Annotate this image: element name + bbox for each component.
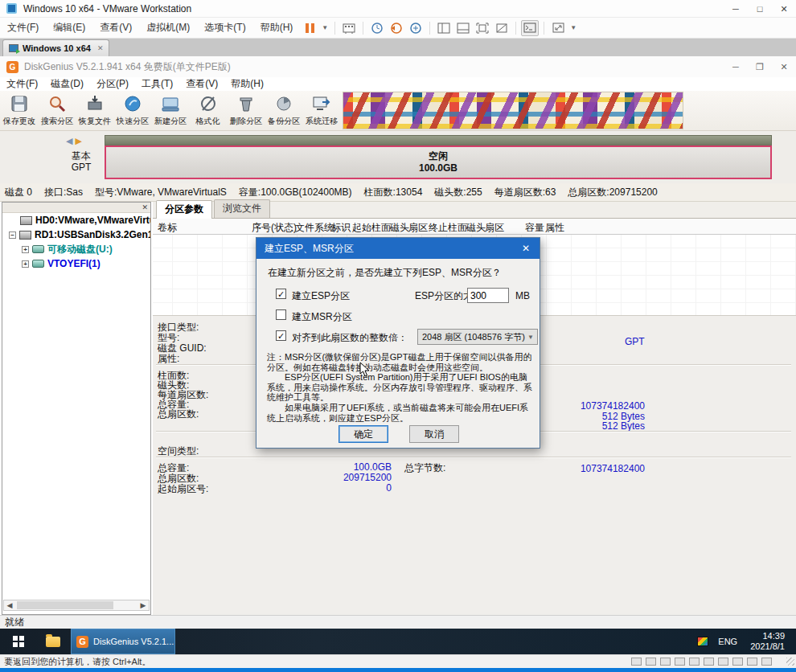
vmware-minimize-button[interactable]: ─ [724, 1, 748, 17]
esp-size-input[interactable] [467, 288, 509, 303]
dg-close-button[interactable]: ✕ [772, 59, 796, 75]
tree-horizontal-scrollbar[interactable]: ◀ ▶ [3, 600, 150, 611]
vmware-menu-file[interactable]: 文件(F) [0, 21, 46, 35]
harddisk-device-icon[interactable] [631, 658, 642, 666]
dg-menu-view[interactable]: 查看(V) [179, 77, 224, 91]
tree-item-hd0[interactable]: HD0:VMware,VMwareVirtualS [2, 213, 150, 227]
system-migrate-button[interactable]: 系统迁移 [302, 91, 340, 130]
col-identifier[interactable]: 标识 [331, 221, 351, 235]
ad-banner[interactable] [343, 92, 683, 129]
scroll-right-arrow-icon[interactable]: ▶ [137, 601, 149, 609]
tab-browse-files[interactable]: 浏览文件 [214, 199, 270, 218]
tree-item-rd1[interactable]: − RD1:USBSanDisk3.2Gen1 (29G [2, 227, 150, 242]
revert-snapshot-button[interactable] [388, 20, 405, 36]
delete-partition-button[interactable]: 删除分区 [227, 91, 265, 130]
msr-checkbox[interactable] [276, 309, 286, 320]
col-capacity[interactable]: 容量 [525, 221, 544, 235]
align-checkbox-label[interactable]: 对齐到此扇区数的整数倍： [292, 331, 408, 345]
col-filesystem[interactable]: 文件系统 [295, 221, 334, 235]
align-sector-select[interactable]: 2048 扇区 (1048576 字节) ▼ [417, 329, 538, 345]
show-thumbnail-bar-button[interactable] [454, 20, 472, 36]
sound-device-icon[interactable] [689, 658, 700, 666]
backup-partition-button[interactable]: 备份分区 [265, 91, 302, 130]
col-head2[interactable]: 磁头 [466, 221, 486, 235]
network-device-icon[interactable] [660, 658, 671, 666]
display-device-icon[interactable] [761, 658, 772, 666]
expand-box-icon[interactable]: + [22, 260, 29, 268]
dg-restore-button[interactable]: ❐ [748, 59, 772, 75]
col-end-cyl[interactable]: 终止柱面 [429, 221, 467, 235]
vmware-menu-view[interactable]: 查看(V) [92, 21, 139, 35]
stretch-guest-button[interactable] [549, 20, 567, 36]
col-start-cyl[interactable]: 起始柱面 [352, 221, 391, 235]
start-button[interactable] [0, 629, 37, 654]
col-sector1[interactable]: 扇区 [408, 221, 428, 235]
vmware-menu-help[interactable]: 帮助(H) [253, 21, 301, 35]
usb-device3-icon[interactable] [732, 658, 743, 666]
msr-checkbox-label[interactable]: 建立MSR分区 [292, 310, 352, 324]
display-color-tray-icon[interactable] [697, 637, 708, 646]
take-snapshot-button[interactable] [368, 20, 386, 36]
dialog-close-icon[interactable]: ✕ [512, 243, 540, 254]
usb-device4-icon[interactable] [747, 658, 757, 666]
new-partition-button[interactable]: 新建分区 [151, 91, 189, 130]
tab-partition-parameters[interactable]: 分区参数 [156, 200, 212, 219]
usb-device2-icon[interactable] [718, 658, 728, 666]
cancel-button[interactable]: 取消 [409, 425, 459, 443]
dg-menu-tools[interactable]: 工具(T) [135, 77, 179, 91]
vm-tab-windows10[interactable]: Windows 10 x64 ✕ [2, 39, 109, 56]
esp-checkbox-label[interactable]: 建立ESP分区 [292, 289, 350, 303]
recover-files-button[interactable]: 恢复文件 [76, 91, 113, 130]
fullscreen-mode-button[interactable] [474, 20, 491, 36]
dg-menu-help[interactable]: 帮助(H) [224, 77, 270, 91]
dialog-titlebar[interactable]: 建立ESP、MSR分区 ✕ [256, 238, 540, 259]
scrollbar-thumb[interactable] [17, 601, 113, 609]
expand-box-icon[interactable]: + [22, 246, 29, 253]
show-library-button[interactable] [435, 20, 453, 36]
collapse-box-icon[interactable]: − [9, 232, 16, 239]
vmware-close-button[interactable]: ✕ [772, 1, 796, 17]
vmware-menu-edit[interactable]: 编辑(E) [46, 21, 92, 35]
vmware-menu-tabs[interactable]: 选项卡(T) [197, 21, 252, 35]
save-changes-button[interactable]: 保存更改 [0, 91, 38, 130]
dg-menu-file[interactable]: 文件(F) [0, 77, 44, 91]
suspend-dropdown-caret[interactable]: ▼ [319, 24, 330, 31]
col-index-status[interactable]: 序号(状态) [252, 221, 297, 235]
col-head1[interactable]: 磁头 [390, 221, 409, 235]
col-sector2[interactable]: 扇区 [485, 221, 504, 235]
vm-tab-close-icon[interactable]: ✕ [97, 44, 104, 52]
diskgenius-task-button[interactable]: G DiskGenius V5.2.1... [71, 629, 175, 654]
file-explorer-button[interactable] [37, 629, 69, 654]
col-attributes[interactable]: 属性 [545, 221, 564, 235]
suspend-vm-button[interactable] [301, 20, 318, 36]
quick-partition-button[interactable]: 快速分区 [113, 91, 151, 130]
vmware-maximize-button[interactable]: □ [748, 1, 772, 17]
next-disk-arrow-icon[interactable]: ▶ [76, 136, 82, 145]
format-partition-button[interactable]: 格式化 [189, 91, 227, 130]
console-view-button[interactable] [521, 20, 539, 36]
resize-grip-icon[interactable] [786, 658, 794, 666]
ok-button[interactable]: 确定 [339, 425, 388, 443]
tree-item-removable-u[interactable]: + 可移动磁盘(U:) [2, 242, 150, 256]
usb-device-icon[interactable] [704, 658, 714, 666]
esp-checkbox[interactable]: ✓ [276, 289, 286, 299]
vmware-menu-vm[interactable]: 虚拟机(M) [139, 21, 197, 35]
tree-item-vtoyefi[interactable]: + VTOYEFI(1) [2, 256, 150, 271]
cdrom-device-icon[interactable] [646, 658, 656, 666]
align-checkbox[interactable]: ✓ [276, 330, 286, 341]
tree-panel-close-icon[interactable]: ✕ [142, 203, 148, 213]
dg-menu-disk[interactable]: 磁盘(D) [44, 77, 90, 91]
send-ctrl-alt-del-button[interactable] [340, 20, 358, 36]
taskbar-clock[interactable]: 14:39 2021/8/1 [750, 631, 785, 652]
manage-snapshots-button[interactable] [407, 20, 425, 36]
printer-device-icon[interactable] [675, 658, 685, 666]
dg-minimize-button[interactable]: ─ [724, 59, 748, 75]
scroll-left-arrow-icon[interactable]: ◀ [4, 601, 15, 609]
dg-menu-partition[interactable]: 分区(P) [90, 77, 135, 91]
language-indicator[interactable]: ENG [718, 637, 737, 646]
search-partition-button[interactable]: 搜索分区 [38, 91, 76, 130]
free-space-partition-bar[interactable]: 空闲 100.0GB [105, 145, 772, 179]
unity-mode-button[interactable] [493, 20, 511, 36]
prev-disk-arrow-icon[interactable]: ◀ [66, 136, 72, 145]
col-volume-label[interactable]: 卷标 [158, 221, 177, 235]
